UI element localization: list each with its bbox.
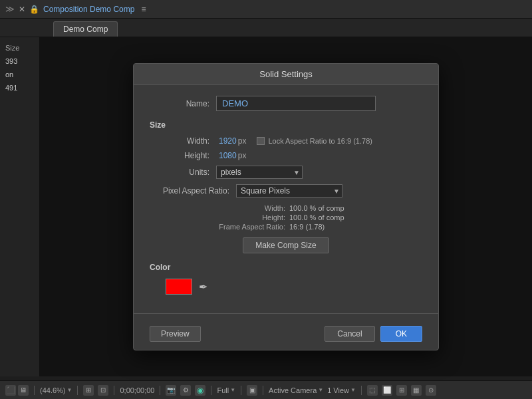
- divider7: [263, 386, 263, 395]
- divider1: [34, 386, 35, 395]
- par-select-wrapper: Square Pixels ▼: [236, 184, 342, 198]
- size-value2: 491: [3, 82, 20, 93]
- height-unit: px: [238, 151, 247, 160]
- name-input[interactable]: [216, 96, 376, 111]
- status-bar: ⬛ 🖥 (44.6%) ▼ ⊞ ⊡ 0;00;00;00 📷 ⚙ ◉ Full …: [0, 380, 532, 399]
- zoom-value: (44.6%): [40, 386, 66, 394]
- dialog-body: Name: Size Width: 1920 px Lock Aspect Ra…: [134, 85, 438, 313]
- top-bar: ≫ ✕ 🔒 Composition Demo Comp ≡: [0, 0, 532, 19]
- info-far-label: Frame Aspect Ratio:: [216, 223, 289, 231]
- status-icon-group: ⬛ 🖥: [5, 385, 29, 396]
- info-height-value: 100.0 % of comp: [289, 213, 344, 221]
- height-row: Height: 1080 px: [150, 151, 422, 160]
- color-icon[interactable]: ◉: [195, 385, 205, 396]
- resolution-icon[interactable]: ⊞: [83, 385, 94, 396]
- name-label: Name:: [150, 99, 216, 108]
- render-icon[interactable]: ⬛: [5, 385, 16, 396]
- make-comp-size-button[interactable]: Make Comp Size: [243, 237, 329, 253]
- left-sidebar: Size 393 on 491: [0, 37, 40, 376]
- size-value1: 393: [3, 56, 20, 66]
- quality-value: Full: [217, 386, 229, 394]
- color-section-title: Color: [150, 263, 422, 272]
- zoom-dropdown[interactable]: (44.6%) ▼: [40, 386, 72, 394]
- units-select-wrapper: pixels ▼: [216, 166, 303, 179]
- width-row: Width: 1920 px Lock Aspect Ratio to 16:9…: [150, 136, 422, 146]
- par-row: Pixel Aspect Ratio: Square Pixels ▼: [150, 184, 422, 198]
- camera-arrow: ▼: [318, 387, 323, 393]
- icon-d[interactable]: ▦: [411, 385, 422, 396]
- main-area: Size 393 on 491 Solid Settings Name: Siz…: [0, 37, 532, 376]
- timecode-group: 0;00;00;00: [120, 386, 154, 394]
- info-width-label: Width:: [216, 204, 289, 212]
- units-select[interactable]: pixels: [216, 166, 303, 179]
- snapshot-icon[interactable]: 📷: [166, 385, 176, 396]
- menu-icon[interactable]: ≡: [141, 5, 146, 14]
- color-swatch[interactable]: [166, 279, 192, 295]
- size-label: Size: [3, 43, 22, 53]
- divider5: [211, 386, 211, 395]
- view-dropdown[interactable]: 1 View ▼: [327, 386, 356, 394]
- size-section: Size Width: 1920 px Lock Aspect Ratio to…: [150, 120, 422, 253]
- info-width-value: 100.0 % of comp: [289, 204, 344, 212]
- lock-icon: 🔒: [29, 5, 39, 14]
- divider3: [114, 386, 114, 395]
- par-select[interactable]: Square Pixels: [236, 184, 342, 198]
- units-row: Units: pixels ▼: [150, 166, 422, 179]
- settings-icon[interactable]: ⚙: [180, 385, 191, 396]
- eyedropper-icon[interactable]: ✒: [199, 281, 207, 293]
- footer-right: Cancel OK: [325, 326, 422, 342]
- height-label: Height:: [150, 151, 216, 160]
- lock-aspect-row: Lock Aspect Ratio to 16:9 (1.78): [257, 137, 372, 145]
- divider8: [361, 386, 362, 395]
- timecode-value[interactable]: 0;00;00;00: [120, 386, 154, 394]
- icon-a[interactable]: ⬚: [367, 385, 378, 396]
- view-arrow: ▼: [350, 387, 356, 393]
- preview-button[interactable]: Preview: [150, 326, 201, 342]
- zoom-arrow: ▼: [67, 387, 72, 393]
- info-far-value: 16:9 (1.78): [289, 223, 325, 231]
- divider4: [160, 386, 160, 395]
- collapse-icon[interactable]: ≫: [5, 4, 15, 14]
- size-section-title: Size: [150, 120, 422, 130]
- preview-icon[interactable]: 🖥: [18, 385, 29, 396]
- quality-dropdown[interactable]: Full ▼: [217, 386, 235, 394]
- par-label: Pixel Aspect Ratio:: [150, 186, 236, 196]
- units-label: Units:: [150, 168, 216, 177]
- dialog-title: Solid Settings: [134, 64, 438, 85]
- view-value: 1 View: [327, 386, 349, 394]
- info-far-row: Frame Aspect Ratio: 16:9 (1.78): [216, 223, 422, 231]
- demo-comp-tab[interactable]: Demo Comp: [53, 21, 118, 37]
- lock-aspect-checkbox[interactable]: [257, 137, 265, 145]
- width-label: Width:: [150, 136, 216, 146]
- ok-button[interactable]: OK: [380, 326, 422, 342]
- color-section: Color ✒: [150, 263, 422, 295]
- top-bar-title: Composition Demo Comp: [43, 5, 134, 14]
- icon-b[interactable]: ⬜: [382, 385, 392, 396]
- quality-arrow: ▼: [230, 387, 235, 393]
- region-icon[interactable]: ⊡: [98, 385, 108, 396]
- divider6: [241, 386, 241, 395]
- color-row: ✒: [166, 279, 422, 295]
- icon-c[interactable]: ⊞: [396, 385, 407, 396]
- name-row: Name:: [150, 96, 422, 111]
- height-value[interactable]: 1080: [219, 151, 237, 160]
- lock-aspect-label: Lock Aspect Ratio to 16:9 (1.78): [268, 137, 372, 145]
- dialog-divider: [134, 313, 438, 314]
- divider2: [77, 386, 78, 395]
- info-block: Width: 100.0 % of comp Height: 100.0 % o…: [216, 204, 422, 231]
- tab-bar: Demo Comp: [0, 19, 532, 37]
- cancel-button[interactable]: Cancel: [325, 326, 374, 342]
- width-value[interactable]: 1920: [219, 136, 237, 146]
- sidebar-on-label: on: [3, 69, 16, 80]
- icon-e[interactable]: ⊙: [426, 385, 436, 396]
- solid-settings-dialog: Solid Settings Name: Size Width: 1920 px: [133, 63, 439, 350]
- dialog-footer: Preview Cancel OK: [134, 321, 438, 350]
- camera-dropdown[interactable]: Active Camera ▼: [269, 386, 323, 394]
- dialog-overlay: Solid Settings Name: Size Width: 1920 px: [40, 37, 532, 376]
- width-unit: px: [238, 136, 247, 146]
- transparency-icon[interactable]: ▣: [247, 385, 257, 396]
- info-height-label: Height:: [216, 213, 289, 221]
- close-icon[interactable]: ✕: [19, 5, 25, 14]
- camera-value: Active Camera: [269, 386, 317, 394]
- info-width-row: Width: 100.0 % of comp: [216, 204, 422, 212]
